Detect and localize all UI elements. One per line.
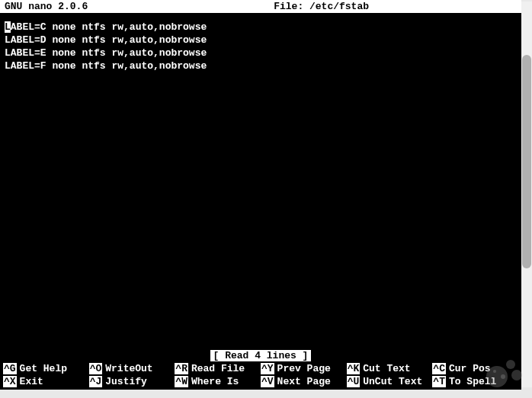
key-label: ^J [89,376,103,387]
key-label: ^X [3,376,17,387]
shortcut-label: To Spell [449,376,496,387]
key-label: ^G [3,363,17,374]
shortcut-next-page[interactable]: ^V Next Page [261,375,347,388]
key-label: ^V [261,376,274,387]
key-label: ^O [89,363,103,374]
shortcut-label: Exit [20,376,43,387]
line-text: LABEL=E none ntfs rw,auto,nobrowse [5,47,207,59]
shortcut-label: Get Help [20,363,67,374]
shortcut-label: Where Is [191,376,239,387]
shortcut-to-spell[interactable]: ^T To Spell [432,375,518,388]
shortcut-label: Next Page [277,376,331,387]
shortcut-label: Read File [191,363,245,374]
key-label: ^R [175,363,188,374]
shortcut-label: Cur Pos [449,363,491,374]
shortcut-writeout[interactable]: ^O WriteOut [89,362,175,375]
cursor: L [5,21,11,33]
shortcut-where-is[interactable]: ^W Where Is [175,375,261,388]
shortcut-cut-text[interactable]: ^K Cut Text [347,362,433,375]
editor-line: LABEL=F none ntfs rw,auto,nobrowse [5,59,517,72]
line-text: LABEL=F none ntfs rw,auto,nobrowse [5,60,207,72]
scrollbar[interactable] [521,2,532,387]
shortcut-label: UnCut Text [363,376,422,387]
title-bar: GNU nano 2.0.6 File: /etc/fstab [0,0,521,13]
editor-content[interactable]: LABEL=C none ntfs rw,auto,nobrowseLABEL=… [0,13,521,349]
shortcut-label: Cut Text [363,363,410,374]
key-label: ^K [347,363,361,374]
terminal-window: GNU nano 2.0.6 File: /etc/fstab LABEL=C … [0,0,521,390]
shortcut-read-file[interactable]: ^R Read File [175,362,261,375]
shortcut-get-help[interactable]: ^G Get Help [3,362,89,375]
shortcut-label: WriteOut [105,363,152,374]
status-bar: [ Read 4 lines ] [0,349,521,362]
editor-line: LABEL=E none ntfs rw,auto,nobrowse [5,47,517,59]
shortcut-cur-pos[interactable]: ^C Cur Pos [432,362,518,375]
shortcut-justify[interactable]: ^J Justify [89,375,175,388]
scroll-thumb[interactable] [522,55,531,268]
shortcut-prev-page[interactable]: ^Y Prev Page [261,362,347,375]
key-label: ^U [347,376,361,387]
editor-line: LABEL=D none ntfs rw,auto,nobrowse [5,34,517,47]
shortcuts-bar: ^G Get Help ^O WriteOut ^R Read File ^Y … [0,362,521,390]
shortcut-exit[interactable]: ^X Exit [3,375,89,388]
key-label: ^T [432,376,446,387]
file-label: File: /etc/fstab [88,1,517,12]
key-label: ^Y [261,363,274,374]
shortcut-label: Prev Page [277,363,331,374]
app-name: GNU nano 2.0.6 [5,1,88,12]
key-label: ^C [432,363,446,374]
line-text: LABEL=D none ntfs rw,auto,nobrowse [5,34,207,46]
key-label: ^W [175,376,188,387]
editor-line: LABEL=C none ntfs rw,auto,nobrowse [5,21,517,34]
line-text: ABEL=C none ntfs rw,auto,nobrowse [11,21,207,33]
shortcut-label: Justify [105,376,147,387]
shortcut-uncut-text[interactable]: ^U UnCut Text [347,375,433,388]
status-message: [ Read 4 lines ] [210,350,312,361]
